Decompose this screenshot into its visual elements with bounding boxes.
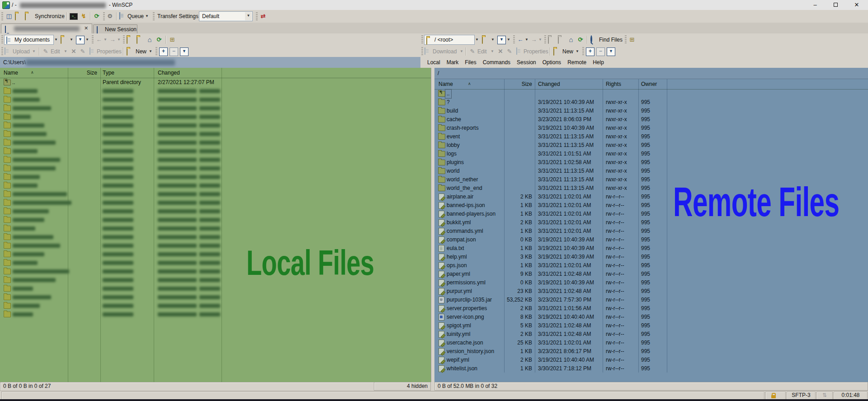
file-row[interactable]: whitelist.json1 KB3/30/2021 7:18:12 PMrw… [434,364,868,373]
transfer-settings-select[interactable]: Default ▼ [199,11,253,21]
synchronize-button[interactable]: Synchronize [35,13,65,20]
redacted-file-row[interactable] [0,130,431,138]
filter-list-icon[interactable]: ▼ [607,47,615,56]
redacted-file-row[interactable] [0,147,431,156]
expand-icon[interactable]: + [586,47,594,56]
chevron-down-icon[interactable]: ▼ [475,38,479,42]
minimize-button[interactable]: – [807,0,823,10]
file-row[interactable]: eula.txt1 KB3/19/2021 10:40:39 AMrw-r--r… [434,244,868,253]
file-row[interactable]: ?3/19/2021 10:40:39 AMrwxr-xr-x995 [434,98,868,107]
file-row[interactable]: tuinity.yml2 KB3/31/2021 1:02:48 AMrw-r-… [434,330,868,339]
menu-item-mark[interactable]: Mark [443,57,462,68]
find-files-button[interactable]: Find Files [599,36,623,43]
redacted-file-row[interactable] [0,181,431,190]
file-row[interactable]: spigot.yml5 KB3/31/2021 1:02:48 AMrw-r--… [434,321,868,330]
close-tab-icon[interactable]: ✕ [84,25,88,31]
chevron-down-icon[interactable]: ▼ [148,49,153,54]
back-icon[interactable]: ← [516,36,524,44]
remote-path-bar[interactable]: / [434,68,868,79]
redacted-file-row[interactable] [0,113,431,121]
chevron-down-icon[interactable]: ▼ [85,38,90,42]
refresh-icon[interactable]: ⟳ [576,36,585,44]
file-row[interactable]: server-icon.png8 KB3/19/2021 10:40:40 AM… [434,313,868,321]
file-row[interactable]: commands.yml1 KB3/31/2021 1:02:01 AMrw-r… [434,227,868,236]
column-header-type[interactable]: Type [103,68,114,78]
interface-style-icon[interactable]: ⇄ [259,12,267,20]
redacted-file-row[interactable] [0,284,431,293]
column-header-rights[interactable]: Rights [606,79,621,89]
redacted-file-row[interactable] [0,87,431,95]
redacted-file-row[interactable] [0,198,431,207]
redacted-file-row[interactable] [0,121,431,130]
redacted-file-row[interactable] [0,164,431,173]
menu-item-files[interactable]: Files [462,57,479,68]
file-row[interactable]: logs3/31/2021 1:01:51 AMrwxr-xr-x995 [434,150,868,158]
menu-item-options[interactable]: Options [539,57,564,68]
expand-icon[interactable]: + [159,47,168,56]
close-button[interactable]: ✕ [849,0,864,10]
swap-panels-icon[interactable]: ◫ [5,12,13,20]
restore-button[interactable] [828,0,843,10]
chevron-down-icon[interactable]: ▼ [506,38,511,42]
menu-item-commands[interactable]: Commands [480,57,514,68]
remote-directory-select[interactable]: / <root> [424,35,475,45]
file-row[interactable]: .. [434,90,868,98]
file-row[interactable]: build3/31/2021 11:13:15 AMrwxr-xr-x995 [434,107,868,115]
file-row[interactable]: wepif.yml2 KB3/19/2021 10:40:40 AMrw-r--… [434,356,868,364]
file-row[interactable]: crash-reports3/19/2021 10:40:39 AMrwxr-x… [434,124,868,132]
file-row[interactable]: version_history.json1 KB3/23/2021 8:06:1… [434,347,868,356]
queue-button[interactable]: Queue [127,13,144,20]
folder-pair-icon[interactable] [15,14,16,20]
gear-icon[interactable]: ⚙ [106,12,114,20]
column-header-name[interactable]: Name [4,68,18,78]
chevron-down-icon[interactable]: ▼ [69,38,74,42]
redacted-file-row[interactable] [0,190,431,198]
column-header-changed[interactable]: Changed [158,68,180,78]
open-directory-icon[interactable] [482,37,483,43]
file-row[interactable]: purpur.yml23 KB3/31/2021 1:02:48 AMrw-r-… [434,287,868,296]
root-directory-icon[interactable] [137,37,137,43]
column-header-size[interactable]: Size [502,79,532,89]
local-drive-select[interactable]: My documents [4,35,54,45]
column-header-changed[interactable]: Changed [538,79,560,89]
redacted-file-row[interactable] [0,156,431,164]
new-button[interactable]: New [562,48,573,55]
menu-item-help[interactable]: Help [590,57,607,68]
redacted-file-row[interactable] [0,302,431,310]
parent-directory-row[interactable]: .. Parent directory 2/27/2021 12:27:07 P… [0,78,431,87]
parent-directory-icon[interactable] [127,37,127,43]
synchronize-icon[interactable] [25,14,26,20]
filter-list-icon[interactable]: ▼ [180,47,189,56]
redacted-file-row[interactable] [0,173,431,181]
file-row[interactable]: usercache.json25 KB3/31/2021 1:02:01 AMr… [434,339,868,347]
redacted-file-row[interactable] [0,216,431,224]
file-row[interactable]: lobby3/31/2021 11:13:15 AMrwxr-xr-x995 [434,141,868,150]
home-icon[interactable]: ⌂ [146,36,154,44]
chevron-down-icon[interactable]: ▼ [575,49,580,54]
file-row[interactable]: cache3/23/2021 8:06:03 PMrwxr-xr-x995 [434,115,868,124]
column-header-size[interactable]: Size [68,68,97,78]
file-row[interactable]: ops.json1 KB3/31/2021 1:02:01 AMrw-r--r-… [434,261,868,270]
file-row[interactable]: world3/31/2021 11:13:15 AMrwxr-xr-x995 [434,167,868,175]
chevron-down-icon[interactable]: ▼ [524,38,529,42]
redacted-file-row[interactable] [0,310,431,319]
file-row[interactable]: paper.yml9 KB3/31/2021 1:02:48 AMrw-r--r… [434,270,868,278]
file-row[interactable]: permissions.yml0 KB3/19/2021 10:40:39 AM… [434,278,868,287]
home-icon[interactable]: ⌂ [567,36,575,44]
redacted-file-row[interactable] [0,207,431,216]
session-lightning-icon[interactable]: ↯ [80,12,88,20]
directory-tree-icon[interactable]: ⊞ [628,36,636,44]
file-row[interactable]: help.yml3 KB3/19/2021 10:40:39 AMrw-r--r… [434,253,868,261]
chevron-down-icon[interactable]: ▼ [145,14,149,19]
redacted-file-row[interactable] [0,224,431,233]
console-icon[interactable]: >_ [70,13,78,20]
column-header-owner[interactable]: Owner [641,79,657,89]
redacted-file-row[interactable] [0,138,431,147]
file-row[interactable]: purpurclip-1035.jar53,252 KB3/23/2021 7:… [434,296,868,304]
file-row[interactable]: event3/31/2021 11:13:15 AMrwxr-xr-x995 [434,132,868,141]
redacted-file-row[interactable] [0,293,431,302]
panel-splitter[interactable] [431,68,434,382]
filter-icon[interactable]: ▼ [76,36,85,44]
directory-tree-icon[interactable]: ⊞ [168,36,176,44]
open-directory-icon[interactable] [61,37,61,43]
